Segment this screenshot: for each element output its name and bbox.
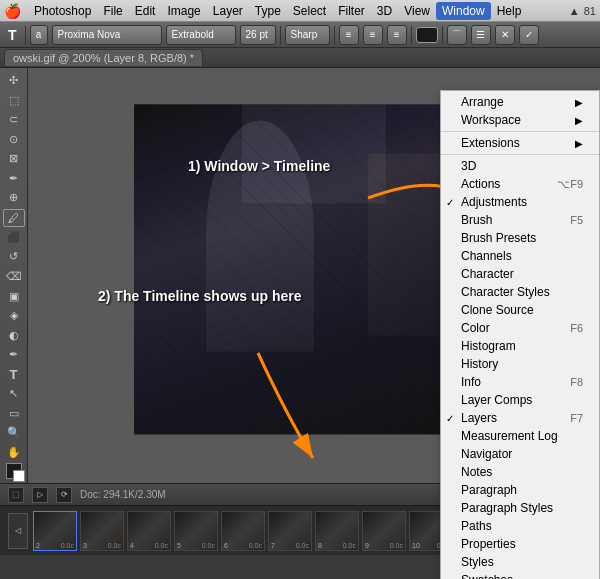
film-frame-2[interactable]: 20.0c <box>33 511 77 551</box>
menu-item-brush[interactable]: BrushF5 <box>441 211 599 229</box>
menu-item-adjustments[interactable]: ✓Adjustments <box>441 193 599 211</box>
anti-alias-select[interactable]: Sharp <box>285 25 330 45</box>
menubar-type[interactable]: Type <box>249 2 287 20</box>
align-left-btn[interactable]: ≡ <box>339 25 359 45</box>
film-frame-5[interactable]: 50.0c <box>174 511 218 551</box>
type-tool[interactable]: T <box>3 365 25 383</box>
tool-type-icon: T <box>4 27 21 43</box>
menu-item-info[interactable]: InfoF8 <box>441 373 599 391</box>
film-frame-4[interactable]: 40.0c <box>127 511 171 551</box>
menu-item-clone-source[interactable]: Clone Source <box>441 301 599 319</box>
menubar-help[interactable]: Help <box>491 2 528 20</box>
menu-item-workspace[interactable]: Workspace▶ <box>441 111 599 129</box>
menubar-edit[interactable]: Edit <box>129 2 162 20</box>
menu-item-label: Workspace <box>461 113 521 127</box>
foreground-color[interactable] <box>6 463 22 479</box>
font-family-select[interactable]: Proxima Nova <box>52 25 162 45</box>
warp-text-btn[interactable]: ⌒ <box>447 25 467 45</box>
font-style-left[interactable]: a <box>30 25 48 45</box>
menubar-select[interactable]: Select <box>287 2 332 20</box>
menu-item-character-styles[interactable]: Character Styles <box>441 283 599 301</box>
menu-item-swatches[interactable]: Swatches <box>441 571 599 579</box>
menu-item-layer-comps[interactable]: Layer Comps <box>441 391 599 409</box>
document-tab-bar: owski.gif @ 200% (Layer 8, RGB/8) * <box>0 48 600 68</box>
heal-tool[interactable]: ⊕ <box>3 189 25 207</box>
menu-item-label: Extensions <box>461 136 520 150</box>
menubar-view[interactable]: View <box>398 2 436 20</box>
menu-item-paragraph-styles[interactable]: Paragraph Styles <box>441 499 599 517</box>
lasso-tool[interactable]: ⊂ <box>3 111 25 129</box>
eraser-tool[interactable]: ⌫ <box>3 268 25 286</box>
menu-item-actions[interactable]: Actions⌥F9 <box>441 175 599 193</box>
menubar-image[interactable]: Image <box>161 2 206 20</box>
menubar-photoshop[interactable]: Photoshop <box>28 2 97 20</box>
menubar-layer[interactable]: Layer <box>207 2 249 20</box>
menubar-filter[interactable]: Filter <box>332 2 371 20</box>
shape-tool[interactable]: ▭ <box>3 404 25 422</box>
menu-item-channels[interactable]: Channels <box>441 247 599 265</box>
menu-item-arrange[interactable]: Arrange▶ <box>441 93 599 111</box>
background-color[interactable] <box>13 470 25 482</box>
menu-item-histogram[interactable]: Histogram <box>441 337 599 355</box>
menu-item-label: Actions <box>461 177 500 191</box>
stamp-tool[interactable]: ⬛ <box>3 229 25 247</box>
menu-item-layers[interactable]: ✓LayersF7 <box>441 409 599 427</box>
menu-item-character[interactable]: Character <box>441 265 599 283</box>
gradient-tool[interactable]: ▣ <box>3 287 25 305</box>
film-frame-8[interactable]: 80.0c <box>315 511 359 551</box>
commit-btn[interactable]: ✓ <box>519 25 539 45</box>
menubar-3d[interactable]: 3D <box>371 2 398 20</box>
menu-item-history[interactable]: History <box>441 355 599 373</box>
menu-item-label: Layer Comps <box>461 393 532 407</box>
quick-select-tool[interactable]: ⊙ <box>3 131 25 149</box>
brush-tool[interactable]: 🖊 <box>3 209 25 227</box>
marquee-tool[interactable]: ⬚ <box>3 92 25 110</box>
menu-item-label: Swatches <box>461 573 513 579</box>
font-size-input[interactable]: 26 pt <box>240 25 276 45</box>
blur-tool[interactable]: ◈ <box>3 307 25 325</box>
cancel-btn[interactable]: ✕ <box>495 25 515 45</box>
dodge-tool[interactable]: ◐ <box>3 326 25 344</box>
move-tool[interactable]: ✣ <box>3 72 25 90</box>
crop-tool[interactable]: ⊠ <box>3 150 25 168</box>
menu-item-paragraph[interactable]: Paragraph <box>441 481 599 499</box>
align-center-btn[interactable]: ≡ <box>363 25 383 45</box>
menu-shortcut: F6 <box>570 322 583 334</box>
film-frame-6[interactable]: 60.0c <box>221 511 265 551</box>
character-panel-btn[interactable]: ☰ <box>471 25 491 45</box>
menu-item-paths[interactable]: Paths <box>441 517 599 535</box>
menu-item-styles[interactable]: Styles <box>441 553 599 571</box>
film-frame-9[interactable]: 90.0c <box>362 511 406 551</box>
pen-tool[interactable]: ✒ <box>3 346 25 364</box>
history-brush-tool[interactable]: ↺ <box>3 248 25 266</box>
menu-item-measurement-log[interactable]: Measurement Log <box>441 427 599 445</box>
text-color-btn[interactable] <box>416 27 438 43</box>
loop-icon[interactable]: ⟳ <box>56 487 72 503</box>
film-frame-7[interactable]: 70.0c <box>268 511 312 551</box>
menu-item-brush-presets[interactable]: Brush Presets <box>441 229 599 247</box>
menu-item-color[interactable]: ColorF6 <box>441 319 599 337</box>
filmstrip-prev-btn[interactable]: ◁ <box>8 513 28 549</box>
menu-item-notes[interactable]: Notes <box>441 463 599 481</box>
menu-item-3d[interactable]: 3D <box>441 157 599 175</box>
menubar-window[interactable]: Window <box>436 2 491 20</box>
menubar-status: ▲ 81 <box>569 5 596 17</box>
menu-item-navigator[interactable]: Navigator <box>441 445 599 463</box>
document-tab[interactable]: owski.gif @ 200% (Layer 8, RGB/8) * <box>4 49 203 66</box>
eyedropper-tool[interactable]: ✒ <box>3 170 25 188</box>
film-frame-3[interactable]: 30.0c <box>80 511 124 551</box>
submenu-arrow-icon: ▶ <box>575 115 583 126</box>
menu-item-properties[interactable]: Properties <box>441 535 599 553</box>
toolbar-divider-4 <box>411 26 412 44</box>
zoom-tool[interactable]: 🔍 <box>3 424 25 442</box>
hand-tool[interactable]: ✋ <box>3 444 25 462</box>
menu-item-extensions[interactable]: Extensions▶ <box>441 134 599 152</box>
menu-item-label: Adjustments <box>461 195 527 209</box>
menubar-file[interactable]: File <box>97 2 128 20</box>
path-select-tool[interactable]: ↖ <box>3 385 25 403</box>
frame-indicator[interactable]: ⬚ <box>8 487 24 503</box>
play-controls[interactable]: ▷ <box>32 487 48 503</box>
font-style-select[interactable]: Extrabold <box>166 25 236 45</box>
apple-menu-icon[interactable]: 🍎 <box>4 3 20 19</box>
align-right-btn[interactable]: ≡ <box>387 25 407 45</box>
